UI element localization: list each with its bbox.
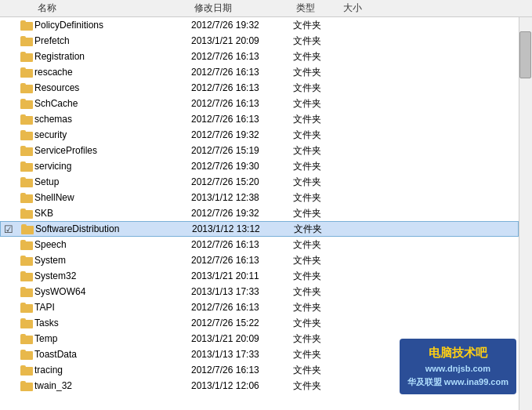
file-date: 2012/7/26 16:13 [191,255,293,266]
table-row[interactable]: SKB2012/7/26 19:32文件夹 [0,205,519,221]
file-date: 2012/7/26 16:13 [191,51,293,62]
file-name[interactable]: System32 [34,270,191,281]
folder-icon [19,161,34,172]
table-row[interactable]: servicing2012/7/26 19:30文件夹 [0,158,519,174]
header-name[interactable]: 名称 [34,2,191,15]
file-name[interactable]: security [34,129,191,140]
file-type: 文件夹 [294,223,341,236]
table-row[interactable]: Speech2012/7/26 16:13文件夹 [0,237,519,252]
file-date: 2012/7/26 16:13 [191,302,293,313]
table-row[interactable]: Prefetch2013/1/21 20:09文件夹 [0,33,519,49]
file-name[interactable]: tracing [34,365,191,376]
file-name[interactable]: ServiceProfiles [34,145,191,156]
file-type: 文件夹 [293,19,340,32]
table-row[interactable]: schemas2012/7/26 16:13文件夹 [0,111,519,127]
file-name[interactable]: SchCache [34,98,191,109]
file-date: 2012/7/26 15:22 [191,317,293,328]
folder-icon [19,239,34,250]
file-name[interactable]: schemas [34,114,191,125]
table-row[interactable]: Registration2012/7/26 16:13文件夹 [0,49,519,64]
file-date: 2012/7/26 16:13 [191,98,293,109]
table-row[interactable]: rescache2012/7/26 16:13文件夹 [0,64,519,80]
table-row[interactable]: System2012/7/26 16:13文件夹 [0,252,519,268]
file-date: 2013/1/21 20:11 [191,270,293,281]
file-name[interactable]: Setup [34,176,191,187]
file-type: 文件夹 [293,301,340,314]
file-type: 文件夹 [293,332,340,346]
folder-icon [19,129,34,140]
file-name[interactable]: rescache [34,67,191,78]
file-type: 文件夹 [293,348,340,361]
file-name[interactable]: TAPI [34,302,191,313]
file-name[interactable]: SKB [34,208,191,219]
table-row[interactable]: Setup2012/7/26 15:20文件夹 [0,174,519,190]
folder-icon [19,67,34,78]
file-date: 2012/7/26 15:19 [191,145,293,156]
folder-icon [19,349,34,360]
file-name[interactable]: servicing [34,161,191,172]
table-row[interactable]: System322013/1/21 20:11文件夹 [0,268,519,284]
file-type: 文件夹 [293,144,340,158]
table-row[interactable]: TAPI2012/7/26 16:13文件夹 [0,299,519,315]
file-type: 文件夹 [293,254,340,267]
watermark-line1: 电脑技术吧 [407,343,508,362]
file-type: 文件夹 [293,191,340,205]
watermark-line2: www.dnjsb.com [407,362,508,376]
file-type: 文件夹 [293,317,340,330]
header-date[interactable]: 修改日期 [191,2,293,15]
watermark-line3: 华及联盟 www.ina99.com [407,376,508,390]
file-name[interactable]: Prefetch [34,35,191,46]
file-type: 文件夹 [293,97,340,111]
file-type: 文件夹 [293,270,340,283]
scrollbar-track[interactable] [519,0,532,410]
file-date: 2012/7/26 16:13 [191,239,293,250]
file-name[interactable]: System [34,255,191,266]
table-row[interactable]: SysWOW642013/1/13 17:33文件夹 [0,284,519,299]
file-name[interactable]: twain_32 [34,380,191,391]
table-row[interactable]: security2012/7/26 19:32文件夹 [0,127,519,143]
folder-icon [19,380,34,391]
file-name[interactable]: SysWOW64 [34,286,191,297]
file-type: 文件夹 [293,66,340,79]
file-name[interactable]: Registration [34,51,191,62]
file-type: 文件夹 [293,160,340,173]
file-list-container: 名称 修改日期 类型 大小 PolicyDefinitions2012/7/26… [0,0,532,410]
file-name[interactable]: PolicyDefinitions [34,20,191,31]
row-check[interactable]: ☑ [4,223,20,235]
file-date: 2012/7/26 15:20 [191,176,293,187]
file-date: 2012/7/26 19:30 [191,161,293,172]
file-date: 2013/1/13 17:33 [191,286,293,297]
table-row[interactable]: Resources2012/7/26 16:13文件夹 [0,80,519,96]
file-name[interactable]: Tasks [34,317,191,328]
file-name[interactable]: Resources [34,82,191,93]
file-date: 2012/7/26 16:13 [191,114,293,125]
folder-icon [19,255,34,266]
file-name[interactable]: ToastData [34,349,191,360]
file-date: 2012/7/26 19:32 [191,129,293,140]
scrollbar-thumb[interactable] [519,31,531,78]
file-date: 2012/7/26 16:13 [191,82,293,93]
folder-icon [19,114,34,125]
folder-icon [19,317,34,328]
file-date: 2012/7/26 16:13 [191,67,293,78]
file-type: 文件夹 [293,285,340,299]
table-row[interactable]: SchCache2012/7/26 16:13文件夹 [0,96,519,111]
header-size[interactable]: 大小 [340,2,387,15]
file-name[interactable]: ShellNew [34,192,191,203]
folder-icon [19,270,34,281]
table-row[interactable]: ☑SoftwareDistribution2013/1/12 13:12文件夹 [0,221,519,237]
folder-icon [19,333,34,344]
header-type[interactable]: 类型 [293,2,340,15]
file-name[interactable]: SoftwareDistribution [35,223,192,234]
file-name[interactable]: Speech [34,239,191,250]
file-type: 文件夹 [293,364,340,377]
table-row[interactable]: ShellNew2013/1/12 12:38文件夹 [0,190,519,205]
file-date: 2013/1/12 13:12 [192,223,294,234]
folder-icon [19,286,34,297]
file-date: 2013/1/21 20:09 [191,35,293,46]
table-row[interactable]: Tasks2012/7/26 15:22文件夹 [0,315,519,331]
table-row[interactable]: PolicyDefinitions2012/7/26 19:32文件夹 [0,17,519,33]
file-name[interactable]: Temp [34,333,191,344]
folder-icon [19,365,34,376]
table-row[interactable]: ServiceProfiles2012/7/26 15:19文件夹 [0,143,519,158]
